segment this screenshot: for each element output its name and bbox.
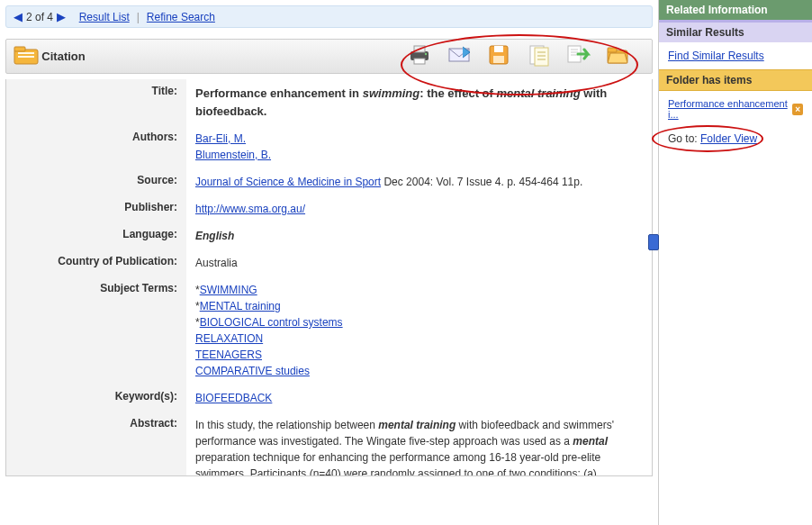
- folder-has-items-header: Folder has items: [659, 69, 812, 91]
- keyword-link[interactable]: BIOFEEDBACK: [195, 392, 272, 404]
- email-icon[interactable]: [447, 43, 472, 69]
- export-icon[interactable]: [565, 43, 591, 69]
- field-value-publisher: http://www.sma.org.au/: [186, 195, 652, 222]
- field-value-title: Performance enhancement in swimming: the…: [186, 79, 652, 125]
- svg-point-7: [425, 53, 427, 55]
- subject-link[interactable]: TEENAGERS: [195, 348, 262, 361]
- next-arrow-icon[interactable]: ▶: [57, 10, 66, 23]
- subject-link[interactable]: COMPARATIVE studies: [195, 365, 310, 377]
- separator: |: [137, 11, 140, 23]
- subject-link[interactable]: SWIMMING: [200, 284, 257, 296]
- sidebar: Related Information Similar Results Find…: [659, 0, 812, 525]
- svg-rect-22: [608, 48, 617, 52]
- field-value-keywords: BIOFEEDBACK: [186, 385, 652, 412]
- field-label-authors: Authors:: [6, 125, 186, 168]
- subject-link[interactable]: MENTAL training: [200, 300, 281, 312]
- prev-arrow-icon[interactable]: ◀: [14, 10, 23, 23]
- add-to-folder-icon[interactable]: [605, 43, 630, 69]
- citation-record: Title: Performance enhancement in swimmi…: [5, 79, 653, 476]
- find-similar-link[interactable]: Find Similar Results: [668, 50, 764, 62]
- field-label-country: Country of Publication:: [6, 249, 186, 276]
- subject-link[interactable]: RELAXATION: [195, 332, 263, 345]
- field-label-abstract: Abstract:: [6, 412, 186, 476]
- folder-view-link[interactable]: Folder View: [700, 132, 757, 145]
- remove-folder-item-icon[interactable]: ×: [792, 104, 803, 115]
- folder-body: Performance enhancement i... × Go to: Fo…: [659, 91, 812, 152]
- svg-rect-6: [414, 59, 425, 64]
- result-list-link[interactable]: Result List: [79, 11, 130, 23]
- result-nav-bar: ◀ 2 of 4 ▶ Result List | Refine Search: [5, 5, 653, 28]
- field-label-keywords: Keyword(s):: [6, 385, 186, 412]
- svg-rect-2: [18, 52, 34, 54]
- citation-header: Citation: [5, 39, 653, 74]
- action-toolbar: [392, 43, 645, 69]
- field-value-language: English: [186, 222, 652, 249]
- related-info-header: Related Information: [659, 0, 812, 20]
- svg-rect-10: [494, 46, 503, 52]
- author-link[interactable]: Blumenstein, B.: [195, 149, 271, 161]
- svg-rect-3: [18, 56, 34, 58]
- svg-marker-23: [608, 53, 627, 63]
- result-count: 2 of 4: [26, 11, 53, 23]
- svg-rect-5: [414, 46, 425, 52]
- publisher-link[interactable]: http://www.sma.org.au/: [195, 203, 305, 215]
- field-label-subjects: Subject Terms:: [6, 276, 186, 385]
- field-value-source: Journal of Science & Medicine in Sport D…: [186, 168, 652, 195]
- cite-icon[interactable]: [526, 43, 551, 69]
- citation-label: Citation: [41, 50, 85, 63]
- citation-folder-icon: [14, 44, 39, 68]
- similar-results-body: Find Similar Results: [659, 42, 812, 69]
- scroll-handle[interactable]: [648, 234, 659, 250]
- field-label-language: Language:: [6, 222, 186, 249]
- goto-label: Go to:: [668, 132, 700, 145]
- field-label-source: Source:: [6, 168, 186, 195]
- field-label-title: Title:: [6, 79, 186, 125]
- subject-link[interactable]: BIOLOGICAL control systems: [200, 316, 343, 329]
- svg-rect-11: [493, 56, 504, 63]
- field-value-abstract: In this study, the relationship between …: [186, 412, 652, 476]
- language-text: English: [195, 230, 234, 242]
- field-value-subjects: *SWIMMING*MENTAL training*BIOLOGICAL con…: [186, 276, 652, 385]
- author-link[interactable]: Bar-Eli, M.: [195, 132, 246, 145]
- field-value-country: Australia: [186, 249, 652, 276]
- svg-rect-1: [14, 47, 25, 51]
- similar-results-header: Similar Results: [659, 20, 812, 42]
- svg-rect-13: [535, 48, 548, 66]
- field-value-authors: Bar-Eli, M.Blumenstein, B.: [186, 125, 652, 168]
- source-journal-link[interactable]: Journal of Science & Medicine in Sport: [195, 176, 381, 188]
- print-icon[interactable]: [407, 43, 432, 69]
- refine-search-link[interactable]: Refine Search: [147, 11, 215, 23]
- save-icon[interactable]: [486, 43, 511, 69]
- folder-item-link[interactable]: Performance enhancement i...: [668, 98, 789, 120]
- field-label-publisher: Publisher:: [6, 195, 186, 222]
- source-detail: Dec 2004: Vol. 7 Issue 4. p. 454-464 11p…: [381, 176, 582, 188]
